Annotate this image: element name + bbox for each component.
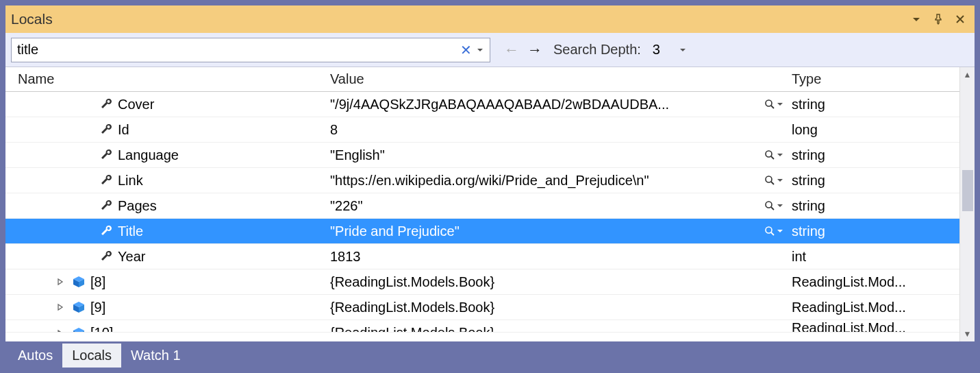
search-prev-icon[interactable]: ← [504,41,519,59]
tab-locals[interactable]: Locals [62,344,121,368]
search-dropdown-icon[interactable] [476,46,490,54]
wrench-icon [99,249,114,264]
vertical-scrollbar[interactable]: ▲ ▼ [959,67,975,341]
variable-name: Link [118,173,143,189]
search-box: ✕ [11,38,490,62]
variable-type: string [788,147,959,163]
variable-value: 8 [330,122,788,138]
variable-name: Title [118,224,143,239]
table-row[interactable]: Id8long [5,117,959,143]
expand-icon[interactable] [56,278,67,286]
visualizer-dropdown-icon[interactable] [777,202,783,209]
object-icon [71,274,86,289]
table-row[interactable]: Pages"226"string [5,193,959,219]
close-icon[interactable] [951,10,969,28]
grid-rows: Cover"/9j/4AAQSkZJRgABAQAAAQABAAD/2wBDAA… [5,92,959,341]
table-row[interactable]: Cover"/9j/4AAQSkZJRgABAQAAAQABAAD/2wBDAA… [5,92,959,117]
variable-value: "English" [330,147,762,163]
visualizer-dropdown-icon[interactable] [777,152,783,158]
search-nav: ← → [504,41,542,59]
expand-icon[interactable] [56,329,67,333]
variable-type: ReadingList.Mod... [788,300,959,315]
search-depth-value: 3 [653,42,672,58]
search-depth-label: Search Depth: [553,42,641,58]
tab-watch-1[interactable]: Watch 1 [121,344,190,368]
variable-name: Cover [118,97,154,112]
magnifier-icon[interactable] [764,200,775,211]
chevron-down-icon [679,46,687,54]
col-value[interactable]: Value [326,71,788,87]
variable-value: {ReadingList.Models.Book} [330,300,788,315]
wrench-icon [99,97,114,112]
variable-type: ReadingList.Mod... [788,274,959,290]
scroll-down-icon[interactable]: ▼ [960,326,975,341]
locals-window: Locals ✕ ← → Search Depth: 3 [5,5,975,368]
wrench-icon [99,198,114,213]
variable-type: ReadingList.Mod... [788,320,959,333]
variable-type: string [788,173,959,189]
col-name[interactable]: Name [14,71,326,87]
search-depth-select[interactable]: 3 [648,40,692,60]
object-icon [71,326,86,333]
variable-name: Language [118,147,179,163]
variable-name: Id [118,122,129,138]
magnifier-icon[interactable] [764,175,775,186]
table-row[interactable]: Year1813int [5,244,959,269]
variables-grid: Name Value Type Cover"/9j/4AAQSkZJRgABAQ… [5,67,959,341]
variable-type: string [788,97,959,112]
visualizer-dropdown-icon[interactable] [777,177,783,184]
table-row[interactable]: Title"Pride and Prejudice"string [5,219,959,244]
variable-value: "/9j/4AAQSkZJRgABAQAAAQABAAD/2wBDAAUDBA.… [330,97,762,112]
col-type[interactable]: Type [788,71,959,87]
variable-value: {ReadingList.Models.Book} [330,325,788,333]
bottom-tab-strip: AutosLocalsWatch 1 [5,341,975,368]
tab-autos[interactable]: Autos [8,344,62,368]
search-toolbar: ✕ ← → Search Depth: 3 [5,33,975,67]
variable-name: [9] [90,300,105,315]
svg-point-4 [766,227,772,233]
grid-wrap: Name Value Type Cover"/9j/4AAQSkZJRgABAQ… [5,67,975,341]
search-input[interactable] [12,38,455,62]
variable-value: {ReadingList.Models.Book} [330,274,788,290]
window-options-button[interactable] [907,10,925,28]
variable-type: int [788,249,959,265]
table-row[interactable]: [10]{ReadingList.Models.Book}ReadingList… [5,320,959,333]
svg-point-3 [766,202,772,208]
expand-icon[interactable] [56,303,67,311]
variable-type: string [788,224,959,239]
variable-type: long [788,122,959,138]
magnifier-icon[interactable] [764,99,775,110]
table-row[interactable]: Link"https://en.wikipedia.org/wiki/Pride… [5,168,959,193]
variable-name: Year [118,249,145,265]
visualizer-dropdown-icon[interactable] [777,228,783,234]
variable-name: [8] [90,274,105,290]
magnifier-icon[interactable] [764,226,775,237]
variable-value: 1813 [330,249,788,265]
visualizer-dropdown-icon[interactable] [777,101,783,108]
wrench-icon [99,173,114,188]
variable-value: "226" [330,198,762,214]
variable-name: [10] [90,325,113,333]
variable-value: "Pride and Prejudice" [330,224,762,239]
wrench-icon [99,224,114,239]
object-icon [71,300,86,315]
clear-search-icon[interactable]: ✕ [455,42,476,58]
scroll-up-icon[interactable]: ▲ [960,67,975,82]
titlebar: Locals [5,5,975,33]
table-row[interactable]: [9]{ReadingList.Models.Book}ReadingList.… [5,295,959,320]
grid-header: Name Value Type [5,67,959,92]
scroll-thumb[interactable] [962,170,973,211]
table-row[interactable]: Language"English"string [5,143,959,168]
magnifier-icon[interactable] [764,149,775,160]
panel-title: Locals [11,11,903,27]
svg-point-2 [766,176,772,182]
search-next-icon[interactable]: → [527,41,542,59]
table-row[interactable]: [8]{ReadingList.Models.Book}ReadingList.… [5,269,959,295]
variable-value: "https://en.wikipedia.org/wiki/Pride_and… [330,173,762,189]
variable-type: string [788,198,959,214]
pin-icon[interactable] [929,10,947,28]
wrench-icon [99,122,114,137]
variable-name: Pages [118,198,157,214]
svg-point-0 [766,100,772,106]
svg-point-1 [766,151,772,157]
